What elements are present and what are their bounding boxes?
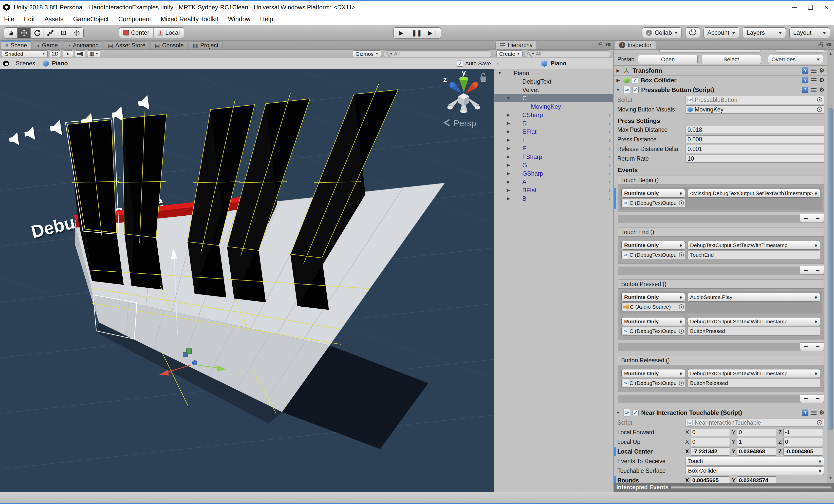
hierarchy-item[interactable]: DebugText › <box>495 77 613 86</box>
minimize-button[interactable] <box>787 1 803 13</box>
hierarchy-item[interactable]: MovingKey › <box>495 102 613 111</box>
prefab-chevron-icon[interactable]: › <box>609 195 611 202</box>
panel-menu-icon[interactable]: ▾≡ <box>826 41 831 48</box>
prefab-chevron-icon[interactable]: › <box>609 145 611 152</box>
event-add-button[interactable]: + <box>800 395 812 403</box>
fold-arrow[interactable]: ▼ <box>615 88 621 92</box>
back-chevron-icon[interactable]: ‹ <box>497 60 499 67</box>
panel-tab[interactable]: ◔Animation <box>63 41 103 49</box>
expand-arrow[interactable]: ▶ <box>505 129 512 134</box>
moving-button-visuals-field[interactable]: MovingKey <box>685 105 825 113</box>
panel-tab[interactable]: ▥Project <box>189 41 222 49</box>
axis-value-field[interactable]: 1 <box>737 438 776 446</box>
event-function-dropdown[interactable]: <Missing DebugTextOutput.SetTextWithTime… <box>687 189 820 198</box>
box-collider-component-header[interactable]: ▶ ✓ Box Collider ?⚙ <box>614 75 827 85</box>
object-picker-icon[interactable] <box>679 304 684 309</box>
prefab-chevron-icon[interactable]: › <box>609 120 611 127</box>
play-button[interactable]: ▶ <box>394 28 409 38</box>
prefab-chevron-icon[interactable]: › <box>609 111 611 118</box>
prefab-chevron-icon[interactable]: › <box>609 187 611 194</box>
help-icon[interactable]: ? <box>802 67 808 74</box>
preset-icon[interactable] <box>811 411 816 415</box>
event-remove-button[interactable]: − <box>812 343 824 351</box>
component-enabled-checkbox[interactable]: ✓ <box>632 77 638 83</box>
help-icon[interactable]: ? <box>802 410 808 416</box>
event-mode-dropdown[interactable]: Runtime Only▲▼ <box>621 189 685 198</box>
prefab-chevron-icon[interactable]: › <box>609 128 611 135</box>
lock-icon[interactable] <box>598 44 602 47</box>
panel-menu-icon[interactable]: ▾≡ <box>605 41 610 48</box>
object-picker-icon[interactable] <box>679 253 684 258</box>
hierarchy-item[interactable]: ▼ Piano › <box>495 69 613 77</box>
axis-value-field[interactable]: 0 <box>690 438 730 446</box>
menu-item[interactable]: Assets <box>44 16 63 23</box>
menu-item[interactable]: Window <box>228 16 250 23</box>
event-remove-button[interactable]: − <box>812 395 824 403</box>
menu-item[interactable]: GameObject <box>73 16 108 23</box>
hand-tool-button[interactable] <box>4 28 18 38</box>
panel-tab[interactable]: ▤Console <box>151 41 188 49</box>
pause-button[interactable]: ❚❚ <box>409 28 425 38</box>
event-add-button[interactable]: + <box>800 266 812 275</box>
lighting-toggle-button[interactable]: ☀ <box>63 50 73 57</box>
effects-dropdown-button[interactable]: ▦ <box>87 50 101 57</box>
component-enabled-checkbox[interactable]: ✓ <box>633 87 639 93</box>
scene-viewport[interactable]: Debug Message Debug Message <box>0 69 494 492</box>
inspector-scrollbar[interactable]: ▲ ▼ <box>827 50 834 492</box>
event-target-object-field[interactable]: C# C (DebugTextOutput) <box>621 327 685 335</box>
layers-dropdown[interactable]: Layers <box>743 27 786 38</box>
axis-value-field[interactable]: 0 <box>690 428 730 436</box>
event-target-object-field[interactable]: C# C (Audio Source) <box>621 303 685 311</box>
piano-model[interactable] <box>65 84 445 449</box>
scene-orientation-gizmo[interactable]: y x z Persp <box>443 69 486 128</box>
inspector-tab[interactable]: iInspector <box>615 41 656 49</box>
scale-tool-button[interactable] <box>44 28 57 38</box>
auto-save-checkbox[interactable]: ✓ <box>457 61 463 67</box>
lock-icon[interactable] <box>818 44 823 47</box>
fold-arrow[interactable]: ▶ <box>615 78 621 83</box>
hierarchy-item[interactable]: ▼ C › <box>495 94 613 102</box>
panel-tab[interactable]: ▤Asset Store <box>104 41 150 49</box>
hierarchy-tab[interactable]: Hierarchy <box>496 41 537 49</box>
expand-arrow[interactable]: ▼ <box>497 71 503 76</box>
event-target-object-field[interactable]: C# C (DebugTextOutput) <box>621 250 685 259</box>
axis-value-field[interactable]: -1 <box>783 428 823 436</box>
menu-item[interactable]: Component <box>118 16 151 23</box>
menu-item[interactable]: Edit <box>24 16 35 23</box>
account-dropdown[interactable]: Account <box>703 27 739 38</box>
prefab-select-button[interactable]: Select <box>701 55 761 64</box>
hierarchy-item[interactable]: ▶ FSharp › <box>495 153 613 161</box>
axis-value-field[interactable]: 0 <box>737 428 776 436</box>
expand-arrow[interactable]: ▶ <box>505 146 512 151</box>
expand-arrow[interactable]: ▶ <box>505 196 512 201</box>
event-remove-button[interactable]: − <box>812 266 824 275</box>
prefab-overrides-dropdown[interactable]: Overrides <box>768 55 824 64</box>
maximize-button[interactable] <box>803 1 818 13</box>
script-object-field[interactable]: C#NearInteractionTouchable <box>685 419 825 427</box>
gear-icon[interactable]: ⚙ <box>819 77 825 83</box>
pressable-button-component-header[interactable]: ▼ C# ✓ Pressable Button (Script) ?⚙ <box>614 85 827 94</box>
help-icon[interactable]: ? <box>802 77 808 83</box>
event-argument-field[interactable]: ButtonPressed <box>687 327 820 335</box>
preset-icon[interactable] <box>811 69 816 73</box>
transform-component-header[interactable]: ▶ Transform ?⚙ <box>614 66 827 75</box>
scroll-up-icon[interactable]: ▲ <box>827 51 834 56</box>
rotate-tool-button[interactable] <box>31 28 44 38</box>
expand-arrow[interactable]: ▶ <box>505 162 512 168</box>
event-target-object-field[interactable]: C# C (DebugTextOutput) <box>621 379 685 388</box>
expand-arrow[interactable]: ▶ <box>505 188 512 193</box>
axis-cube[interactable] <box>458 93 469 106</box>
event-function-dropdown[interactable]: DebugTextOutput.SetTextWithTimestamp▲▼ <box>687 241 820 249</box>
expand-arrow[interactable]: ▶ <box>505 112 512 117</box>
hierarchy-item[interactable]: ▶ A › <box>495 178 613 186</box>
enum-dropdown[interactable]: Touch▲▼ <box>685 457 825 465</box>
fold-arrow[interactable]: ▶ <box>615 68 621 73</box>
intercepted-events-bar[interactable]: Intercepted Events <box>614 483 834 492</box>
shading-mode-dropdown[interactable]: Shaded <box>2 50 48 57</box>
event-function-dropdown[interactable]: AudioSource.Play▲▼ <box>687 293 820 302</box>
gear-icon[interactable]: ⚙ <box>819 87 825 93</box>
hierarchy-item[interactable]: Velvet › <box>495 86 613 94</box>
layout-dropdown[interactable]: Layout <box>789 27 830 38</box>
setting-value-field[interactable]: 0.008 <box>685 135 825 144</box>
event-add-button[interactable]: + <box>800 343 812 351</box>
